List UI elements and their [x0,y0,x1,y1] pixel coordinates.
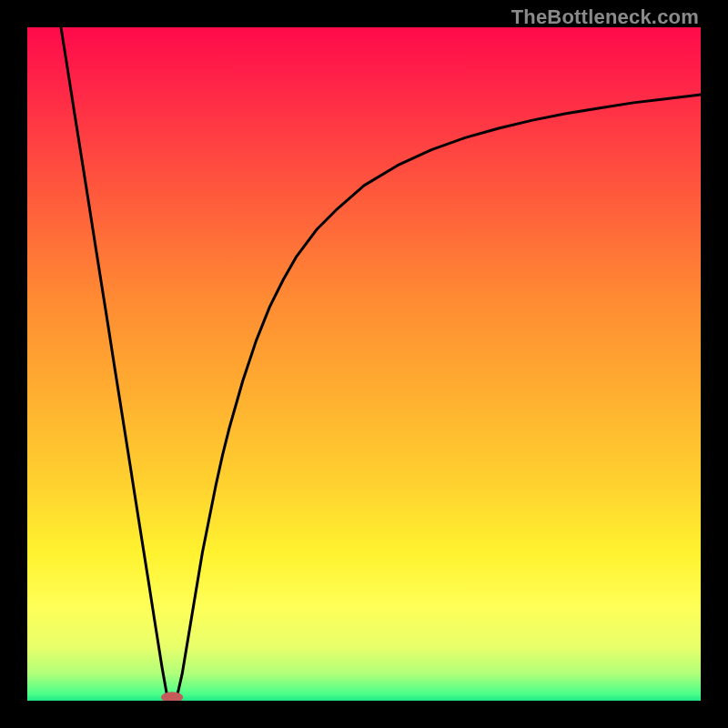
watermark-text: TheBottleneck.com [511,5,699,29]
gradient-background [27,27,701,701]
bottleneck-chart [27,27,701,701]
chart-frame [27,27,701,701]
